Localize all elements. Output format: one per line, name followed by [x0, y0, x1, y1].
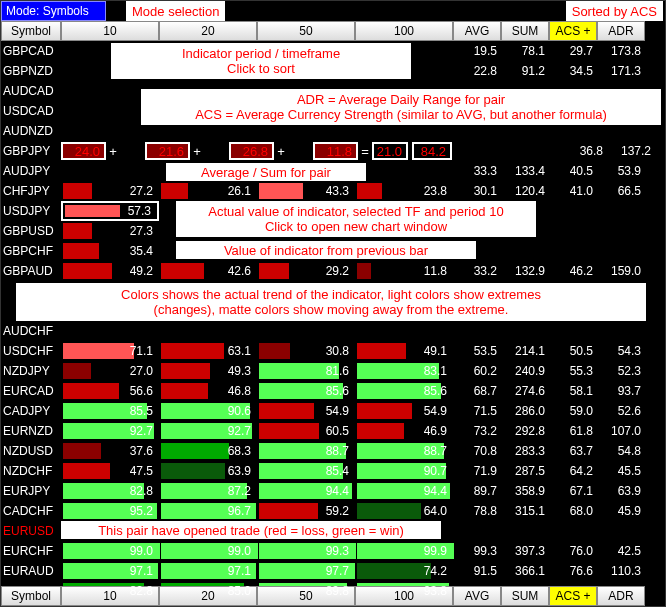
symbol-cell[interactable]: AUDJPY: [1, 161, 61, 181]
indicator-cell[interactable]: 90.7: [355, 461, 453, 481]
period-50-header[interactable]: 50: [257, 21, 355, 41]
symbol-cell[interactable]: GBPJPY: [1, 141, 61, 161]
gbpjpy-v10[interactable]: 24.0: [61, 142, 106, 160]
indicator-cell[interactable]: 56.6: [61, 381, 159, 401]
indicator-cell[interactable]: 63.9: [159, 461, 257, 481]
indicator-cell[interactable]: 74.2: [355, 561, 453, 581]
symbol-cell[interactable]: AUDNZD: [1, 121, 61, 141]
symbol-cell[interactable]: USDJPY: [1, 201, 61, 221]
period-20-header[interactable]: 20: [159, 21, 257, 41]
indicator-cell[interactable]: 85.4: [257, 461, 355, 481]
indicator-cell[interactable]: 83.1: [355, 361, 453, 381]
indicator-cell[interactable]: 49.2: [61, 261, 159, 281]
symbol-cell[interactable]: NZDCHF: [1, 461, 61, 481]
indicator-cell[interactable]: 81.6: [257, 361, 355, 381]
acs-footer[interactable]: ACS +: [549, 586, 597, 606]
indicator-cell[interactable]: 88.7: [257, 441, 355, 461]
symbol-cell[interactable]: CADCHF: [1, 501, 61, 521]
indicator-cell[interactable]: 35.4: [61, 241, 159, 261]
symbol-cell[interactable]: NZDJPY: [1, 361, 61, 381]
indicator-cell[interactable]: 94.4: [257, 481, 355, 501]
indicator-cell[interactable]: [61, 321, 159, 341]
indicator-cell[interactable]: 85.6: [355, 381, 453, 401]
symbol-cell[interactable]: GBPUSD: [1, 221, 61, 241]
indicator-cell[interactable]: [355, 321, 453, 341]
symbol-cell[interactable]: CADJPY: [1, 401, 61, 421]
indicator-cell[interactable]: 97.1: [61, 561, 159, 581]
adr-header[interactable]: ADR: [597, 21, 645, 41]
symbol-cell[interactable]: AUDCHF: [1, 321, 61, 341]
symbol-cell[interactable]: GBPAUD: [1, 261, 61, 281]
indicator-cell[interactable]: 60.5: [257, 421, 355, 441]
indicator-cell[interactable]: 64.0: [355, 501, 453, 521]
symbol-cell[interactable]: EURAUD: [1, 561, 61, 581]
indicator-cell[interactable]: 97.1: [159, 561, 257, 581]
indicator-cell[interactable]: 29.2: [257, 261, 355, 281]
gbpjpy-v20[interactable]: 21.6: [145, 142, 190, 160]
indicator-cell[interactable]: 90.6: [159, 401, 257, 421]
mode-button[interactable]: Mode: Symbols: [1, 1, 106, 21]
indicator-cell[interactable]: 96.7: [159, 501, 257, 521]
symbol-cell[interactable]: GBPCHF: [1, 241, 61, 261]
indicator-cell[interactable]: 49.3: [159, 361, 257, 381]
indicator-cell[interactable]: 99.0: [159, 541, 257, 561]
avg-footer[interactable]: AVG: [453, 586, 501, 606]
indicator-cell[interactable]: 26.1: [159, 181, 257, 201]
indicator-cell[interactable]: 99.0: [61, 541, 159, 561]
indicator-cell[interactable]: 27.2: [61, 181, 159, 201]
indicator-cell[interactable]: 92.7: [159, 421, 257, 441]
period-10-header[interactable]: 10: [61, 21, 159, 41]
symbol-cell[interactable]: EURNZD: [1, 421, 61, 441]
symbol-cell[interactable]: EURCAD: [1, 381, 61, 401]
indicator-cell[interactable]: 68.3: [159, 441, 257, 461]
indicator-cell[interactable]: [159, 321, 257, 341]
symbol-cell[interactable]: EURCHF: [1, 541, 61, 561]
symbol-cell[interactable]: CHFJPY: [1, 181, 61, 201]
symbol-cell[interactable]: AUDCAD: [1, 81, 61, 101]
indicator-cell[interactable]: 54.9: [257, 401, 355, 421]
indicator-cell[interactable]: 99.9: [355, 541, 453, 561]
avg-header[interactable]: AVG: [453, 21, 501, 41]
sum-footer[interactable]: SUM: [501, 586, 549, 606]
indicator-cell[interactable]: 54.9: [355, 401, 453, 421]
symbol-cell[interactable]: EURJPY: [1, 481, 61, 501]
indicator-cell[interactable]: 42.6: [159, 261, 257, 281]
indicator-cell[interactable]: 43.3: [257, 181, 355, 201]
indicator-cell[interactable]: 30.8: [257, 341, 355, 361]
indicator-cell[interactable]: 59.2: [257, 501, 355, 521]
symbol-cell[interactable]: USDCAD: [1, 101, 61, 121]
sum-header[interactable]: SUM: [501, 21, 549, 41]
indicator-cell[interactable]: [61, 161, 159, 181]
indicator-cell[interactable]: [355, 161, 453, 181]
symbol-cell[interactable]: EURUSD: [1, 521, 61, 541]
symbol-cell[interactable]: GBPCAD: [1, 41, 61, 61]
indicator-cell[interactable]: 85.6: [257, 381, 355, 401]
adr-footer[interactable]: ADR: [597, 586, 645, 606]
indicator-cell[interactable]: 94.4: [355, 481, 453, 501]
indicator-cell[interactable]: 27.3: [61, 221, 159, 241]
symbol-cell[interactable]: GBPNZD: [1, 61, 61, 81]
symbol-header[interactable]: Symbol: [1, 21, 61, 41]
indicator-cell[interactable]: 46.9: [355, 421, 453, 441]
indicator-cell[interactable]: 46.8: [159, 381, 257, 401]
symbol-cell[interactable]: USDCHF: [1, 341, 61, 361]
symbol-cell[interactable]: NZDUSD: [1, 441, 61, 461]
indicator-cell[interactable]: 57.3: [61, 201, 159, 221]
indicator-cell[interactable]: 82.8: [61, 481, 159, 501]
gbpjpy-v100[interactable]: 11.8: [313, 142, 358, 160]
acs-header[interactable]: ACS +: [549, 21, 597, 41]
indicator-cell[interactable]: 87.2: [159, 481, 257, 501]
indicator-cell[interactable]: 95.2: [61, 501, 159, 521]
indicator-cell[interactable]: 88.7: [355, 441, 453, 461]
indicator-cell[interactable]: 27.0: [61, 361, 159, 381]
symbol-footer[interactable]: Symbol: [1, 586, 61, 606]
indicator-cell[interactable]: 37.6: [61, 441, 159, 461]
gbpjpy-v50[interactable]: 26.8: [229, 142, 274, 160]
indicator-cell[interactable]: 11.8: [355, 261, 453, 281]
indicator-cell[interactable]: 63.1: [159, 341, 257, 361]
indicator-cell[interactable]: 49.1: [355, 341, 453, 361]
indicator-cell[interactable]: 85.5: [61, 401, 159, 421]
indicator-cell[interactable]: 92.7: [61, 421, 159, 441]
indicator-cell[interactable]: 97.7: [257, 561, 355, 581]
indicator-cell[interactable]: 71.1: [61, 341, 159, 361]
